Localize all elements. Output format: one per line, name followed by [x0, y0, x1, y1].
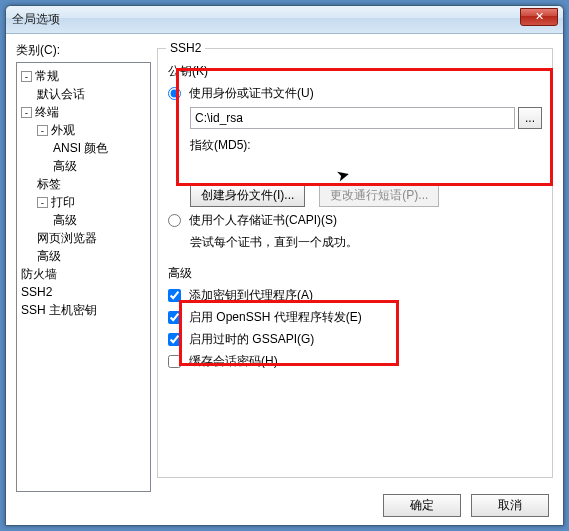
- tree-item-advanced-printing[interactable]: 高级: [53, 213, 77, 227]
- titlebar: 全局选项 ✕: [6, 6, 563, 34]
- tree-item-general[interactable]: 常规: [35, 69, 59, 83]
- fingerprint-label: 指纹(MD5):: [190, 137, 251, 154]
- change-passphrase-button[interactable]: 更改通行短语(P)...: [319, 184, 439, 207]
- add-to-agent-label: 添加密钥到代理程序(A): [189, 287, 313, 304]
- close-button[interactable]: ✕: [520, 8, 558, 26]
- tree-item-default-session[interactable]: 默认会话: [37, 87, 85, 101]
- pubkey-label: 公钥(K): [168, 63, 542, 80]
- use-identity-label: 使用身份或证书文件(U): [189, 85, 314, 102]
- tree-item-advanced-term[interactable]: 高级: [37, 249, 61, 263]
- tree-item-advanced-appearance[interactable]: 高级: [53, 159, 77, 173]
- tree-item-appearance[interactable]: 外观: [51, 123, 75, 137]
- tree-item-firewall[interactable]: 防火墙: [21, 267, 57, 281]
- tree-item-tabs[interactable]: 标签: [37, 177, 61, 191]
- category-tree[interactable]: -常规 默认会话 -终端 -外观 ANSI 颜色 高级 标签: [16, 62, 151, 492]
- tree-item-ssh-host-keys[interactable]: SSH 主机密钥: [21, 303, 97, 317]
- use-capi-radio[interactable]: [168, 214, 181, 227]
- tree-item-browser[interactable]: 网页浏览器: [37, 231, 97, 245]
- tree-item-terminal[interactable]: 终端: [35, 105, 59, 119]
- identity-path-input[interactable]: [190, 107, 515, 129]
- window-title: 全局选项: [12, 11, 60, 28]
- expand-icon[interactable]: -: [37, 197, 48, 208]
- ok-button[interactable]: 确定: [383, 494, 461, 517]
- enable-openssh-agent-label: 启用 OpenSSH 代理程序转发(E): [189, 309, 362, 326]
- browse-button[interactable]: ...: [518, 107, 542, 129]
- add-to-agent-checkbox[interactable]: [168, 289, 181, 302]
- expand-icon[interactable]: -: [37, 125, 48, 136]
- panel-title: SSH2: [166, 41, 205, 55]
- expand-icon[interactable]: -: [21, 107, 32, 118]
- tree-item-ansi-color[interactable]: ANSI 颜色: [53, 141, 108, 155]
- enable-gssapi-checkbox[interactable]: [168, 333, 181, 346]
- cache-password-checkbox[interactable]: [168, 355, 181, 368]
- tree-item-ssh2[interactable]: SSH2: [21, 285, 52, 299]
- enable-openssh-agent-checkbox[interactable]: [168, 311, 181, 324]
- try-all-label: 尝试每个证书，直到一个成功。: [190, 234, 358, 251]
- advanced-label: 高级: [168, 265, 542, 282]
- create-identity-button[interactable]: 创建身份文件(I)...: [190, 184, 305, 207]
- category-label: 类别(C):: [16, 42, 151, 59]
- tree-item-printing[interactable]: 打印: [51, 195, 75, 209]
- expand-icon[interactable]: -: [21, 71, 32, 82]
- cancel-button[interactable]: 取消: [471, 494, 549, 517]
- enable-gssapi-label: 启用过时的 GSSAPI(G): [189, 331, 314, 348]
- use-capi-label: 使用个人存储证书(CAPI)(S): [189, 212, 337, 229]
- cache-password-label: 缓存会话密码(H): [189, 353, 278, 370]
- use-identity-radio[interactable]: [168, 87, 181, 100]
